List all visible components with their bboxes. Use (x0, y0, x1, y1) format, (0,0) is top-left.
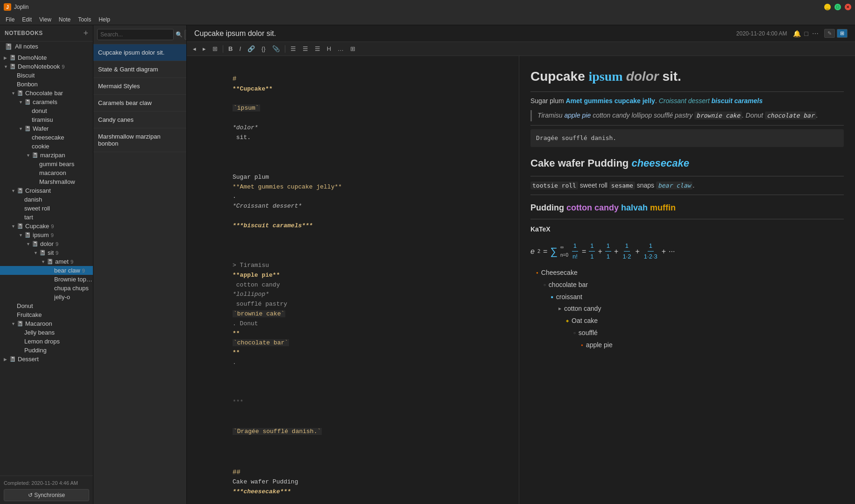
header-controls: 🔔 □ ⋯ (793, 30, 819, 37)
sidebar-item-ipsum[interactable]: ▼ 📓 ipsum 9 (0, 231, 93, 239)
preview-h5: KaTeX (530, 224, 844, 235)
bold-button[interactable]: B (226, 44, 235, 54)
arrow-icon: ▼ (34, 251, 39, 255)
sidebar-item-macaroon2[interactable]: ▼ 📓 Macaroon (0, 319, 93, 328)
bullet-icon: ● (536, 270, 538, 276)
maximize-button[interactable]: □ (834, 4, 841, 10)
forward-button[interactable]: ▸ (200, 44, 208, 54)
sidebar-item-donut2[interactable]: Donut (0, 301, 93, 310)
close-button[interactable]: ✕ (845, 4, 851, 10)
preview-hr (530, 125, 844, 126)
sidebar-item-sweet-roll[interactable]: sweet roll (0, 204, 93, 213)
search-input[interactable] (97, 29, 174, 40)
sidebar-item-macaroon[interactable]: macaroon (0, 168, 93, 177)
more-button[interactable]: … (335, 44, 346, 54)
sidebar-item-marzipan[interactable]: ▼ 📓 marzipan (0, 151, 93, 160)
app-title: Joplin (14, 4, 28, 10)
arrow-icon: ▼ (19, 100, 24, 105)
ordered-list-button[interactable]: ☰ (300, 44, 311, 54)
sidebar-item-jelly-o[interactable]: jelly-o (0, 293, 93, 301)
sidebar-item-biscuit[interactable]: Biscuit (0, 71, 93, 80)
all-notes-item[interactable]: 📓 All notes (0, 42, 93, 51)
sidebar-item-cheesecake[interactable]: cheesecake (0, 133, 93, 142)
sidebar-item-caramels[interactable]: ▼ 📓 caramels (0, 98, 93, 106)
arrow-icon: ▼ (11, 189, 17, 193)
sidebar-item-marshmallow[interactable]: Marshmallow (0, 177, 93, 186)
toolbar-separator (285, 45, 285, 53)
list-item-label: Cheesecake (541, 267, 578, 279)
editor-pane[interactable]: # **Cupcake** `ipsum` *dolor* sit. Sugar… (187, 56, 519, 504)
sidebar-item-jelly-beans[interactable]: Jelly beans (0, 328, 93, 337)
note-item[interactable]: Mermaid Styles (93, 78, 186, 95)
editor-line: *** (196, 388, 509, 417)
sidebar-item-cupcake[interactable]: ▼ 📓 Cupcake 9 (0, 222, 93, 231)
toggle-external-button[interactable]: ⊞ (210, 44, 220, 54)
sidebar-item-fruitcake[interactable]: Fruitcake (0, 310, 93, 319)
sidebar-item-label: marzipan (40, 152, 65, 159)
note-item[interactable]: Cupcake ipsum dolor sit. (93, 44, 186, 61)
item-count: 9 (82, 268, 85, 273)
sidebar-item-label: danish (24, 196, 42, 203)
sidebar-item-amet[interactable]: ▼ 📓 amet 9 (0, 257, 93, 266)
sidebar-item-pudding[interactable]: Pudding (0, 346, 93, 355)
item-count: 9 (51, 224, 54, 229)
sidebar-item-chupa-chups[interactable]: chupa chups (0, 284, 93, 293)
sidebar-item-label: Macaroon (25, 320, 52, 327)
sidebar: NOTEBOOKS + 📓 All notes ▶ 📓 DemoNote ▼ 📓… (0, 25, 93, 504)
italic-button[interactable]: I (237, 44, 243, 54)
back-button[interactable]: ◂ (191, 44, 198, 54)
note-item[interactable]: Caramels bear claw (93, 95, 186, 112)
sidebar-item-cookie[interactable]: cookie (0, 142, 93, 151)
menu-file[interactable]: File (2, 15, 18, 24)
sidebar-item-label: Bonbon (17, 81, 38, 88)
sidebar-item-donut[interactable]: donut (0, 106, 93, 115)
preview-hr (530, 91, 844, 92)
sidebar-item-demonote[interactable]: ▶ 📓 DemoNote (0, 53, 93, 62)
menu-view[interactable]: View (35, 15, 55, 24)
table-button[interactable]: ⊞ (348, 44, 358, 54)
unordered-list-button[interactable]: ☰ (288, 44, 298, 54)
attachment-button[interactable]: 📎 (270, 44, 282, 54)
more-options-icon[interactable]: ⋯ (812, 30, 819, 37)
sidebar-item-brownie-topping[interactable]: Brownie topping (0, 275, 93, 284)
sidebar-item-danish[interactable]: danish (0, 195, 93, 204)
code-button[interactable]: {} (259, 44, 268, 54)
note-item[interactable]: Marshmallow marzipan bonbon (93, 128, 186, 152)
link-button[interactable]: 🔗 (245, 44, 257, 54)
checklist-button[interactable]: ☰ (312, 44, 323, 54)
sidebar-item-croissant[interactable]: ▼ 📓 Croissant (0, 186, 93, 195)
sidebar-item-gummi-bears[interactable]: gummi bears (0, 160, 93, 168)
menu-help[interactable]: Help (95, 15, 114, 24)
menu-edit[interactable]: Edit (18, 15, 35, 24)
sidebar-item-sit[interactable]: ▼ 📓 sit 9 (0, 248, 93, 257)
sidebar-item-label: ipsum (33, 231, 49, 238)
menu-tools[interactable]: Tools (74, 15, 95, 24)
note-item[interactable]: State & Gantt diagram (93, 61, 186, 78)
editor-toolbar: ◂ ▸ ⊞ B I 🔗 {} 📎 ☰ ☰ ☰ H … ⊞ (187, 42, 855, 56)
sidebar-item-label: Biscuit (17, 72, 35, 79)
heading-button[interactable]: H (325, 44, 333, 54)
sync-button[interactable]: ↺ Synchronise (4, 489, 89, 501)
sidebar-item-lemon-drops[interactable]: Lemon drops (0, 337, 93, 346)
preview-code: tootsie roll (530, 182, 578, 189)
sidebar-item-label: Wafer (33, 125, 49, 132)
main-layout: NOTEBOOKS + 📓 All notes ▶ 📓 DemoNote ▼ 📓… (0, 25, 855, 504)
expand-icon[interactable]: □ (805, 30, 808, 37)
add-notebook-button[interactable]: + (83, 29, 88, 37)
sidebar-item-wafer[interactable]: ▼ 📓 Wafer (0, 124, 93, 133)
notebook-icon: 📓 (24, 126, 31, 132)
editor-view-button[interactable]: ✎ (824, 29, 835, 38)
sidebar-item-tiramisu[interactable]: tiramisu (0, 115, 93, 124)
split-view-button[interactable]: ⊞ (837, 29, 848, 38)
sidebar-item-tart[interactable]: tart (0, 213, 93, 222)
sidebar-item-bear-claw[interactable]: bear claw 9 (0, 266, 93, 275)
sidebar-item-demonotebook[interactable]: ▼ 📓 DemoNotebook 9 (0, 62, 93, 71)
alarm-icon[interactable]: 🔔 (793, 30, 801, 37)
menu-note[interactable]: Note (55, 15, 74, 24)
note-item[interactable]: Candy canes (93, 112, 186, 128)
sidebar-item-dessert[interactable]: ▶ 📓 Dessert (0, 355, 93, 364)
minimize-button[interactable]: _ (824, 4, 831, 10)
sidebar-item-dolor[interactable]: ▼ 📓 dolor 9 (0, 239, 93, 248)
sidebar-item-bonbon[interactable]: Bonbon (0, 80, 93, 89)
sidebar-item-chocolate-bar[interactable]: ▼ 📓 Chocolate bar (0, 89, 93, 98)
